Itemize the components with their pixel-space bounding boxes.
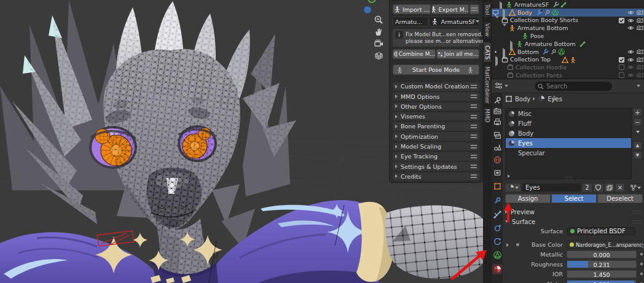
properties-tab-output[interactable] [492,117,502,127]
outliner-row-armaturesf[interactable]: ArmatureSF [492,1,644,9]
material-slot-body[interactable]: Body [506,128,631,138]
camera-toggle[interactable] [637,17,643,24]
pan-icon[interactable] [374,27,384,37]
roughness-slider[interactable]: 0.231 [567,260,637,268]
move-slot-down-button[interactable]: ▼ [633,151,642,160]
checkbox-empty-toggle[interactable] [618,64,625,71]
select-button[interactable]: Select [551,194,597,203]
sidebar-tab-mmd[interactable]: MMD [483,107,492,124]
properties-tab-meshdata[interactable] [492,250,502,260]
editor-type-icon[interactable] [494,82,504,90]
material-users-button[interactable]: 2 [582,183,592,192]
combine-meshes-button[interactable]: Combine M... [393,49,436,59]
properties-tab-physics2[interactable] [492,236,502,247]
properties-tab-tool[interactable] [492,95,502,106]
node-tree-button[interactable] [628,183,643,192]
outliner-row-body[interactable]: Body [492,9,644,17]
unlink-material-button[interactable]: × [615,183,625,192]
sidebar-tab-view[interactable]: View [483,21,492,39]
slot-list-expander[interactable] [508,174,510,178]
fake-user-shield-button[interactable] [593,183,603,192]
camera-toggle[interactable] [637,48,643,55]
properties-tab-screenbox[interactable] [492,168,502,178]
armature-label-dropdown[interactable]: Armatu... [393,17,428,26]
join-meshes-button[interactable]: Join all me... [436,49,479,59]
animate-dot[interactable] [640,263,643,265]
camera-toggle[interactable] [637,25,643,31]
sidebar-tab-tool[interactable]: Tool [483,1,492,18]
add-slot-button[interactable]: + [633,108,642,117]
remove-slot-button[interactable]: − [633,118,642,126]
header-options-chevron[interactable] [637,85,640,87]
properties-tab-world[interactable] [492,155,502,165]
base-color-texture-button[interactable]: Nardoragon_E...ansparency.png [567,241,644,249]
properties-tab-modifier[interactable] [492,195,502,206]
material-browse-dropdown[interactable] [505,183,521,192]
surface-panel-header[interactable]: Surface:::: [503,217,644,226]
surface-shader-button[interactable]: Principled BSDF [567,227,635,235]
camera-toggle[interactable] [637,9,643,16]
cats-section-custom-model-creation[interactable]: Custom Model Creation [393,82,479,91]
ortho-grid-icon[interactable] [374,50,384,61]
material-slot-fluff[interactable]: Fluff [506,118,631,128]
outliner-row-bottom[interactable]: Bottom [492,48,644,56]
ior-slider[interactable]: 1.450 [567,270,637,278]
properties-tab-constraint[interactable] [492,209,502,220]
cats-section-credits[interactable]: Credits [393,173,479,181]
cats-section-settings-updates[interactable]: Settings & Updates [393,162,479,171]
outliner-row-collection-top[interactable]: Collection Top [492,56,644,64]
outliner-row-armature-bottom[interactable]: Armature Bottom [492,24,644,32]
material-name-field[interactable]: Eyes [522,183,581,192]
sidebar-tab-matcombiner[interactable]: MatCombiner [483,65,492,104]
import-model-button[interactable]: Import ... [393,4,431,14]
cats-section-mmd-options[interactable]: MMD Options [393,92,479,101]
eye-dim-toggle[interactable] [627,72,634,79]
breadcrumb-object[interactable]: Body [515,96,530,103]
deselect-button[interactable]: Deselect [597,194,643,203]
checkbox-toggle[interactable] [618,56,625,63]
outliner-row-collection-hoodie[interactable]: Collection Hoodie [492,63,644,71]
animate-dot[interactable] [640,273,643,275]
properties-tab-object[interactable] [492,181,502,192]
properties-tab-material[interactable] [492,264,502,274]
eye-toggle[interactable] [627,9,634,16]
alpha-slider[interactable]: 1.000 [567,280,637,283]
zoom-icon[interactable] [374,15,384,25]
eye-toggle[interactable] [627,25,634,31]
cats-section-model-scaling[interactable]: Model Scaling [393,142,479,151]
material-slot-misc[interactable]: Misc [506,109,631,118]
properties-tab-scene[interactable] [492,142,502,152]
eye-toggle[interactable] [627,48,634,55]
cats-menu-button[interactable] [469,4,479,14]
eye-dim-toggle[interactable] [627,64,634,71]
slot-list-grip[interactable]: :::: [564,176,573,181]
eye-toggle[interactable] [627,17,634,24]
eye-toggle[interactable] [627,56,634,63]
preview-panel-header[interactable]: Preview:::: [503,207,644,216]
camera-view-icon[interactable] [374,39,384,49]
cats-section-other-options[interactable]: Other Options [393,103,479,111]
pin-icon[interactable] [551,95,557,103]
properties-tab-render[interactable] [492,106,502,116]
cats-section-visemes[interactable]: Visemes [393,112,479,121]
properties-tab-viewlayer[interactable] [492,130,502,141]
move-slot-up-button[interactable]: ▲ [633,141,642,150]
outliner-row-collection-pants[interactable]: Collection Pants [492,71,644,79]
checkbox-empty-toggle[interactable] [618,72,625,79]
cats-section-eye-tracking[interactable]: Eye Tracking [393,152,479,161]
gizmo-axis-blue[interactable] [363,5,373,15]
export-model-button[interactable]: Export M... [431,4,469,14]
armature-select-dropdown[interactable]: ArmatureSF [429,17,479,26]
sidebar-tab-cats[interactable]: CATS [483,42,492,63]
new-material-copy-button[interactable] [604,183,615,192]
slot-specials-button[interactable] [633,128,642,136]
material-slot-eyes[interactable]: Eyes [506,138,631,148]
cats-section-bone-parenting[interactable]: Bone Parenting [393,122,479,131]
material-slot-specular[interactable]: Specular [506,148,631,158]
start-pose-mode-button[interactable]: Start Pose Mode [393,64,479,75]
properties-tab-physics[interactable] [492,223,502,233]
camera-dim-toggle[interactable] [637,64,643,71]
camera-toggle[interactable] [637,56,643,63]
outliner-row-collection-booty-shorts[interactable]: Collection Booty Shorts [492,17,644,25]
search-input[interactable]: Search [535,82,612,91]
